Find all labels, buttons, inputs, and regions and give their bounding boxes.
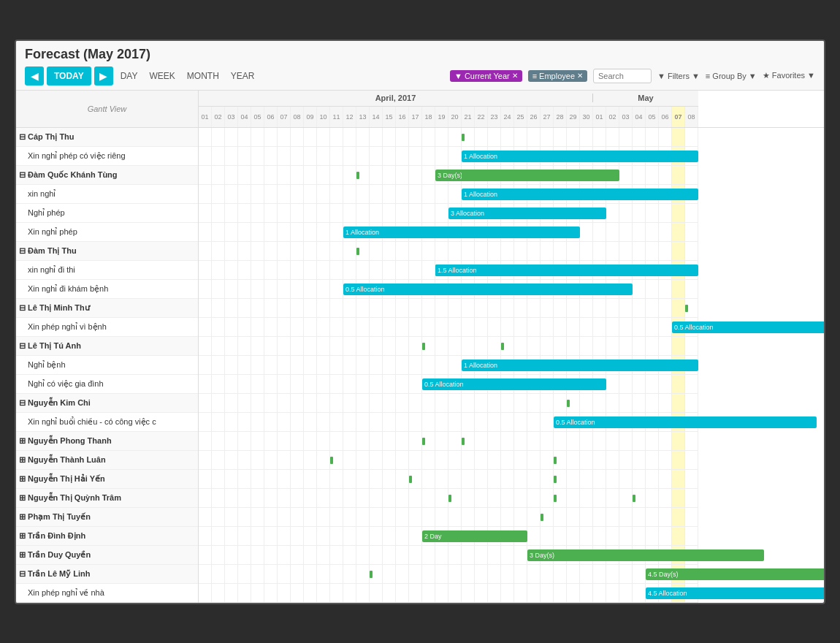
grid-cell [199,242,212,260]
gantt-bar[interactable]: 0.5 Allocation [672,322,825,333]
grid-cell [685,432,698,450]
grid-cell [633,527,646,545]
grid-cell [317,242,330,260]
search-input[interactable] [593,69,652,83]
gantt-bar[interactable]: 2 Day [422,530,527,542]
gantt-bar[interactable]: 1.5 Allocation [435,265,698,276]
grid-cell [501,489,514,507]
group-row-label[interactable]: ⊟ Đàm Quốc Khánh Tùng [16,166,198,185]
grid-cell [291,432,304,450]
group-row-label[interactable]: ⊟ Nguyễn Kim Chi [16,394,198,413]
grid-cell [580,318,593,336]
grid-cell [554,318,567,336]
gantt-bar[interactable]: 1 Allocation [343,227,580,238]
gantt-bar[interactable]: 0.5 Allocation [422,378,606,390]
group-row-label[interactable]: ⊟ Lê Thị Minh Thư [16,299,198,318]
grid-cell [580,394,593,412]
grid-cell [370,470,383,488]
month-view-button[interactable]: MONTH [183,68,224,84]
group-row-label[interactable]: ⊞ Trần Đình Định [16,527,198,546]
gantt-bar[interactable] [462,438,465,445]
gantt-bar[interactable] [370,571,373,578]
grid-cell [435,546,448,564]
year-view-button[interactable]: YEAR [226,68,259,84]
groupby-button[interactable]: ≡ Group By ▼ [706,72,757,80]
grid-cell [685,166,698,184]
leaf-row-label[interactable]: Xin phép nghỉ về nhà [16,584,198,603]
gantt-bar[interactable]: 1 Allocation [462,189,698,200]
day-view-button[interactable]: DAY [116,68,142,84]
gantt-bar[interactable]: 3 Day(s) [527,549,764,561]
group-row-label[interactable]: ⊟ Trần Lê Mỹ Linh [16,565,198,584]
gantt-bar[interactable] [409,476,412,483]
gantt-bar[interactable] [685,305,688,312]
gantt-bar[interactable] [541,514,543,521]
group-row-label[interactable]: ⊟ Lê Thị Tú Anh [16,337,198,356]
group-row-label[interactable]: ⊞ Trần Duy Quyền [16,546,198,565]
grid-cell [238,546,251,564]
gantt-bar[interactable] [448,495,451,502]
prev-button[interactable]: ◀ [25,66,44,85]
gantt-bar[interactable] [462,134,465,141]
filter-employee-close[interactable]: ✕ [577,72,583,80]
gantt-bar[interactable]: 1 Allocation [462,359,698,371]
leaf-row-label[interactable]: Nghỉ phép [16,204,198,223]
grid-cell [619,223,633,241]
gantt-bar[interactable] [633,495,635,502]
leaf-row-label[interactable]: Xin nghỉ phép có việc riêng [16,147,198,166]
gantt-bar[interactable] [554,457,557,464]
day-cell: 05 [251,107,264,127]
gantt-bar[interactable] [501,343,504,350]
leaf-row-label[interactable]: Xin nghỉ đi khám bệnh [16,280,198,299]
week-view-button[interactable]: WEEK [145,68,179,84]
group-icon: ≡ [532,72,537,80]
gantt-bar[interactable] [422,438,425,445]
group-row-label[interactable]: ⊞ Nguyễn Thị Quỳnh Trâm [16,489,198,508]
gantt-bar[interactable] [554,476,557,483]
gantt-bar[interactable]: 4.5 Day(s) [646,568,825,580]
grid-cell [448,147,462,165]
gantt-bar[interactable] [554,495,557,502]
grid-cell [278,242,291,260]
grid-cell [317,185,330,203]
gantt-bar[interactable] [567,400,570,407]
grid-cell [659,280,672,298]
gantt-bar[interactable]: 0.5 Allocation [554,416,817,428]
grid-cell [646,375,659,393]
leaf-row-label[interactable]: xin nghỉ đi thi [16,261,198,280]
gantt-bar[interactable]: 4.5 Allocation [646,587,825,599]
leaf-row-label[interactable]: Xin nghỉ buổi chiều - có công việc c [16,413,198,432]
group-row-label[interactable]: ⊞ Phạm Thị Tuyến [16,508,198,527]
gantt-bar[interactable] [330,457,333,464]
filter-close[interactable]: ✕ [512,72,518,80]
grid-cell [251,242,264,260]
gantt-bar[interactable]: 1 Allocation [462,151,698,162]
filter-icon: ▼ [454,72,462,80]
grid-cell [212,337,225,355]
gantt-bar[interactable] [462,172,465,179]
grid-cell [646,223,659,241]
leaf-row-label[interactable]: Xin phép nghỉ vì bệnh [16,318,198,337]
gantt-bar[interactable] [422,343,425,350]
group-row-label[interactable]: ⊞ Nguyễn Thành Luân [16,451,198,470]
group-row-label[interactable]: ⊞ Nguyễn Phong Thanh [16,432,198,451]
grid-cell [330,394,343,412]
favorites-button[interactable]: ★ Favorites ▼ [763,71,815,80]
gantt-bar[interactable] [356,172,359,179]
group-row-label[interactable]: ⊟ Cáp Thị Thu [16,128,198,147]
leaf-row-label[interactable]: Nghỉ bệnh [16,356,198,375]
gantt-bar[interactable]: 3 Allocation [448,208,606,219]
group-row-label[interactable]: ⊟ Đàm Thị Thu [16,242,198,261]
grid-cell [541,584,554,602]
group-row-label[interactable]: ⊞ Nguyễn Thị Hải Yến [16,470,198,489]
today-button[interactable]: TODAY [47,66,91,85]
next-button[interactable]: ▶ [94,66,113,85]
leaf-row-label[interactable]: xin nghỉ [16,185,198,204]
leaf-row-label[interactable]: Nghỉ có việc gia đình [16,375,198,394]
gantt-bar[interactable] [356,248,359,255]
gantt-bar[interactable]: 0.5 Allocation [343,284,633,295]
grid-cell [396,489,409,507]
grid-cell [659,242,672,260]
leaf-row-label[interactable]: Xin nghỉ phép [16,223,198,242]
filters-button[interactable]: ▼ Filters ▼ [657,72,700,80]
